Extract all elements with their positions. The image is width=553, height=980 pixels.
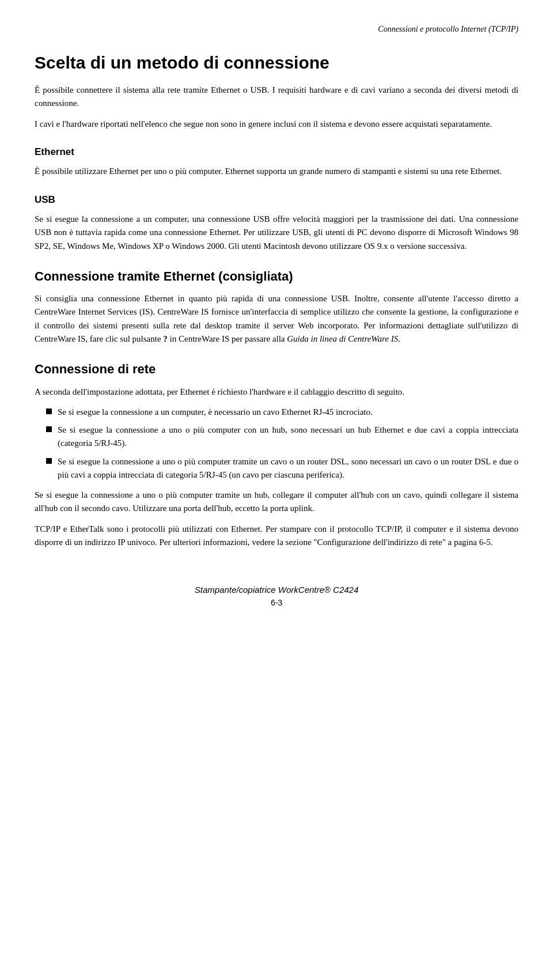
bullet-square-3: [46, 458, 52, 464]
intro-para-1: È possibile connettere il sistema alla r…: [35, 84, 518, 111]
footer-page: 6-3: [35, 597, 518, 609]
footer-product: Stampante/copiatrice WorkCentre® C2424: [35, 584, 518, 597]
guida-italic: Guida in linea di CentreWare IS: [287, 334, 398, 343]
usb-heading: USB: [35, 192, 518, 207]
page-footer: Stampante/copiatrice WorkCentre® C2424 6…: [35, 584, 518, 609]
connessione-rete-intro: A seconda dell'impostazione adottata, pe…: [35, 385, 518, 399]
closing-para-1: Se si esegue la connessione a uno o più …: [35, 489, 518, 516]
bullet-text-1: Se si esegue la connessione a un compute…: [58, 406, 518, 419]
bullet-square-1: [46, 408, 52, 414]
header-title: Connessioni e protocollo Internet (TCP/I…: [378, 25, 518, 33]
main-title: Scelta di un metodo di connessione: [35, 52, 518, 73]
bullet-item-1: Se si esegue la connessione a un compute…: [46, 406, 518, 419]
bullet-item-2: Se si esegue la connessione a uno o più …: [46, 423, 518, 451]
bullet-item-3: Se si esegue la connessione a uno o più …: [46, 455, 518, 482]
connessione-rete-heading: Connessione di rete: [35, 362, 518, 377]
bullet-list: Se si esegue la connessione a un compute…: [46, 406, 518, 482]
bullet-text-2: Se si esegue la connessione a uno o più …: [58, 423, 518, 451]
ethernet-heading: Ethernet: [35, 145, 518, 160]
connessione-ethernet-heading: Connessione tramite Ethernet (consigliat…: [35, 269, 518, 284]
bullet-text-3: Se si esegue la connessione a uno o più …: [58, 455, 518, 482]
closing-para-2: TCP/IP e EtherTalk sono i protocolli più…: [35, 523, 518, 550]
connessione-ethernet-para: Si consiglia una connessione Ethernet in…: [35, 292, 518, 346]
intro-para-2: I cavi e l'hardware riportati nell'elenc…: [35, 118, 518, 131]
ethernet-para-1: È possibile utilizzare Ethernet per uno …: [35, 165, 518, 178]
bullet-square-2: [46, 426, 52, 432]
usb-para-1: Se si esegue la connessione a un compute…: [35, 213, 518, 253]
page-header: Connessioni e protocollo Internet (TCP/I…: [35, 23, 518, 35]
